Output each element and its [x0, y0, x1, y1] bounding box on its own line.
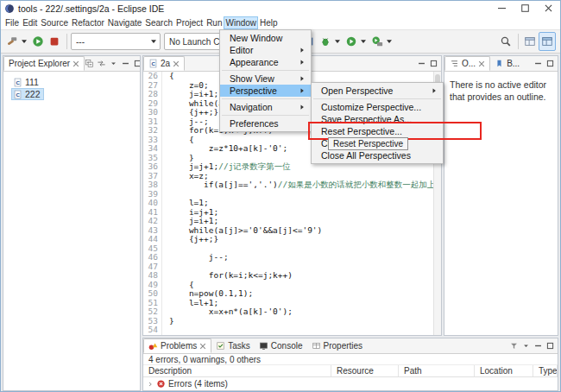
line-number: 28: [143, 90, 162, 99]
maximize-icon[interactable]: [545, 341, 555, 351]
submenu-arrow-icon: [299, 104, 305, 111]
close-icon[interactable]: [478, 60, 485, 67]
menu-window[interactable]: Window: [224, 16, 258, 29]
menu-edit[interactable]: Edit: [21, 16, 39, 29]
search-icon: [500, 35, 512, 47]
menu-item-new-window[interactable]: New Window: [220, 32, 311, 44]
filter-icon[interactable]: [509, 341, 519, 351]
tab-editor-2a[interactable]: C 2a: [143, 56, 185, 71]
tab-tasks[interactable]: Tasks: [211, 338, 255, 353]
open-perspective-button[interactable]: [522, 32, 538, 51]
line-number: 40: [143, 199, 162, 208]
run-button[interactable]: [30, 32, 46, 51]
menu-item-label: Perspective: [230, 85, 277, 96]
menu-item-close-all-perspectives[interactable]: Close All Perspectives: [312, 149, 443, 161]
close-icon[interactable]: [199, 343, 206, 350]
column-header-resource[interactable]: Resource: [331, 365, 399, 376]
maximize-icon[interactable]: [429, 59, 438, 68]
build-hammer-button[interactable]: [4, 32, 29, 51]
bottom-toolbar: [509, 338, 558, 353]
close-button[interactable]: [537, 1, 560, 16]
table-row[interactable]: Errors (4 items): [143, 377, 558, 390]
menu-item-perspective[interactable]: Perspective: [220, 85, 311, 97]
link-editor-icon[interactable]: [97, 59, 106, 68]
tab-label: Tasks: [228, 341, 250, 351]
menu-item-show-view[interactable]: Show View: [220, 73, 311, 85]
menu-item-label: Editor: [230, 45, 253, 55]
menu-item-editor[interactable]: Editor: [220, 44, 311, 56]
menu-navigate[interactable]: Navigate: [106, 16, 143, 29]
expander-icon[interactable]: [147, 381, 154, 388]
tab-problems[interactable]: Problems: [143, 338, 211, 353]
code-text: {j++;}: [162, 108, 218, 117]
tab-b[interactable]: B...: [490, 56, 524, 71]
code-line: 48 for(k=i;k<=j;k++): [143, 271, 441, 281]
tab-o[interactable]: O...: [444, 56, 490, 71]
outline-message: There is no active editor that provides …: [444, 72, 558, 110]
outline-icon: [450, 59, 459, 68]
line-number: 54: [143, 326, 162, 335]
minimize-button[interactable]: [490, 1, 514, 16]
debug-button[interactable]: [318, 32, 343, 51]
run-last-button[interactable]: [344, 32, 369, 51]
view-menu-icon[interactable]: [521, 341, 531, 351]
close-icon[interactable]: [72, 60, 79, 67]
menu-item-navigation[interactable]: Navigation: [220, 101, 311, 113]
menu-item-appearance[interactable]: Appearance: [220, 56, 311, 68]
code-text: if(a[j]==','.')//如果是小数的话就把小数和整数一起加上: [162, 180, 435, 190]
maximize-icon[interactable]: [545, 59, 555, 68]
minimize-icon[interactable]: [121, 59, 130, 68]
menu-project[interactable]: Project: [174, 16, 205, 29]
menu-item-label: Preferences: [230, 118, 279, 129]
code-text: {j++;}: [162, 235, 218, 244]
outline-panel: O...B... There is no active editor that …: [444, 55, 558, 336]
error-icon: [156, 379, 166, 389]
menu-help[interactable]: Help: [258, 16, 280, 29]
outline-tabs: O...B...: [444, 56, 524, 71]
code-text: j=j+1;//j记录数字第一位: [162, 162, 291, 172]
code-line: 46 j--;: [143, 253, 441, 262]
line-number: 38: [143, 180, 162, 190]
menu-search[interactable]: Search: [143, 16, 174, 29]
tab-console[interactable]: Console: [255, 338, 307, 353]
tree-item-111[interactable]: C111: [3, 76, 140, 88]
maximize-icon[interactable]: [133, 59, 140, 68]
stop-button[interactable]: [47, 32, 62, 51]
code-text: for(k=i;k<=j;k++): [162, 271, 293, 281]
tree-item-222[interactable]: C222: [3, 88, 140, 100]
column-header-path[interactable]: Path: [399, 365, 475, 376]
tree-item-label: 222: [25, 89, 41, 99]
menu-item-save-perspective-as[interactable]: Save Perspective As...: [312, 113, 443, 125]
menu-item-customize-perspective[interactable]: Customize Perspective...: [312, 101, 443, 113]
menu-item-reset-perspective[interactable]: Reset Perspective...: [312, 125, 443, 137]
maximize-button[interactable]: [514, 1, 537, 16]
outline-tabbar: O...B...: [444, 56, 558, 72]
menu-item-preferences[interactable]: Preferences: [220, 117, 311, 130]
column-header-type[interactable]: Type: [533, 365, 558, 376]
external-tools-button[interactable]: [369, 32, 394, 51]
menu-run[interactable]: Run: [205, 16, 224, 29]
close-icon[interactable]: [173, 60, 180, 67]
column-header-location[interactable]: Location: [475, 365, 533, 376]
view-menu-icon[interactable]: [109, 59, 118, 68]
window-controls: [490, 1, 560, 16]
search-button[interactable]: [498, 32, 514, 51]
menu-refactor[interactable]: Refactor: [70, 16, 106, 29]
minimize-icon[interactable]: [417, 59, 426, 68]
menu-file[interactable]: File: [3, 16, 21, 29]
minimize-icon[interactable]: [533, 341, 543, 351]
tab-properties[interactable]: Properties: [307, 338, 368, 353]
c-perspective-button[interactable]: [539, 32, 556, 51]
tab-project-explorer[interactable]: Project Explorer: [3, 56, 85, 71]
tab-label: Console: [271, 341, 303, 351]
toolbar-combo-[interactable]: ---: [71, 33, 161, 50]
menubar: FileEditSourceRefactorNavigateSearchProj…: [1, 16, 560, 29]
column-header-description[interactable]: Description: [143, 365, 331, 376]
menu-item-label: Customize Perspective...: [321, 102, 421, 112]
menu-source[interactable]: Source: [39, 16, 70, 29]
eclipse-window: tools - 222/.settings/2a - Eclipse IDE F…: [0, 0, 561, 392]
minimize-icon[interactable]: [533, 59, 543, 68]
editor-toolbar: [417, 56, 441, 71]
collapse-all-icon[interactable]: [85, 59, 94, 68]
menu-item-open-perspective[interactable]: Open Perspective: [312, 85, 443, 97]
